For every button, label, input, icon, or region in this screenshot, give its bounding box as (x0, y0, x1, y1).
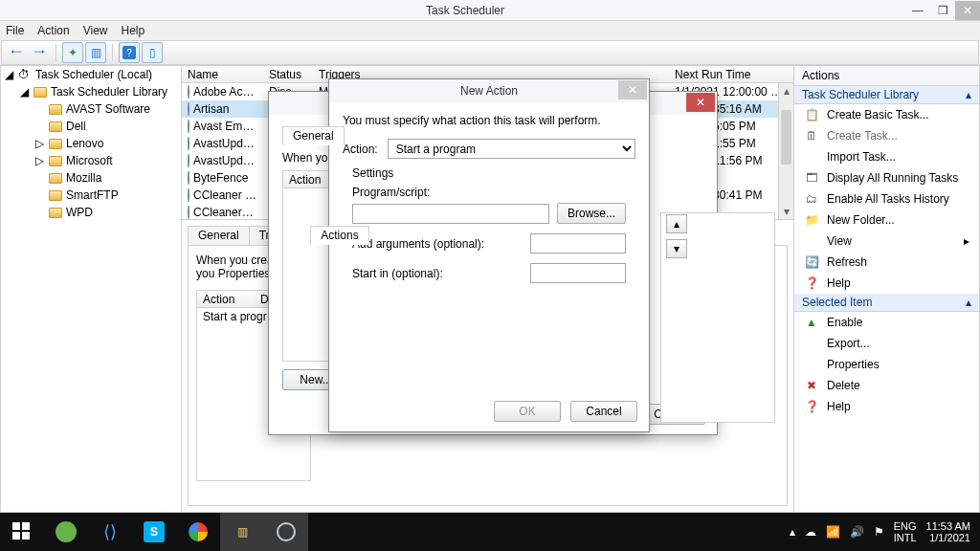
arguments-input[interactable] (530, 233, 626, 253)
action-item[interactable]: ❓Help (794, 396, 979, 417)
action-item-label: Delete (827, 379, 860, 392)
tree-node[interactable]: Lenovo (66, 137, 103, 150)
scroll-up-icon[interactable]: ▴ (779, 83, 793, 99)
action-item[interactable]: 🔄Refresh (794, 252, 979, 273)
task-list-scrollbar[interactable]: ▴ ▾ (778, 83, 793, 219)
collapse-icon[interactable]: ▴ (966, 88, 971, 101)
taskbar-app-4[interactable] (176, 513, 220, 551)
menu-file[interactable]: File (6, 24, 24, 37)
col-next[interactable]: Next Run Time (669, 68, 793, 81)
tab-general[interactable]: General (188, 226, 250, 245)
folder-icon (49, 156, 62, 166)
taskbar-app-1[interactable] (44, 513, 88, 551)
taskbar-app-2[interactable]: ⟨⟩ (88, 513, 132, 551)
action-item[interactable]: 🗂Enable All Tasks History (794, 188, 979, 209)
taskbar-app-3[interactable]: S (132, 513, 176, 551)
close-button[interactable]: ✕ (955, 1, 980, 20)
tray-network-icon[interactable]: 📶 (826, 525, 840, 539)
tree-node[interactable]: Mozilla (66, 171, 101, 185)
program-input[interactable] (352, 204, 549, 224)
action-item[interactable]: Properties (794, 354, 979, 375)
enable-icon: ▲ (804, 315, 819, 330)
minimize-button[interactable]: — (905, 1, 930, 20)
new-action-close-button[interactable]: ✕ (618, 80, 647, 99)
taskbar-app-5[interactable]: ▥ (220, 513, 264, 551)
forward-button[interactable]: ⭢ (29, 42, 50, 63)
tray-flag-icon[interactable]: ⚑ (874, 525, 884, 539)
tree-node[interactable]: WPD (66, 206, 93, 219)
move-down-button[interactable]: ▾ (666, 239, 687, 258)
browse-button[interactable]: Browse... (557, 203, 626, 224)
back-button[interactable]: ⭠ (6, 42, 27, 63)
action-item[interactable]: 🗓Create Task... (794, 125, 979, 146)
tray-chevron-icon[interactable]: ▴ (790, 525, 795, 539)
task-icon (188, 137, 189, 150)
action-item-label: Refresh (827, 255, 867, 269)
tray-volume-icon[interactable]: 🔊 (850, 525, 864, 539)
dialog-close-button[interactable]: ✕ (686, 93, 715, 112)
action-item[interactable]: ✖Delete (794, 375, 979, 396)
nav-tree[interactable]: ◢⏱Task Scheduler (Local) ◢Task Scheduler… (0, 65, 182, 513)
folder-icon (49, 104, 62, 115)
svg-rect-3 (22, 532, 30, 540)
actions-section-selected: Selected Item▴ (794, 294, 979, 312)
tray-onedrive-icon[interactable]: ☁ (805, 525, 816, 539)
action-item[interactable]: Import Task... (794, 146, 979, 167)
dlg-tab-general[interactable]: General (282, 126, 345, 145)
chevron-right-icon: ▸ (964, 234, 969, 248)
task-icon (188, 188, 189, 202)
start-button[interactable] (0, 513, 44, 551)
col-name[interactable]: Name (182, 68, 263, 81)
move-up-button[interactable]: ▴ (666, 214, 687, 233)
tree-node[interactable]: SmartFTP (66, 188, 119, 202)
tab-actions[interactable]: Actions (310, 226, 368, 245)
tree-node[interactable]: AVAST Software (66, 102, 150, 116)
action-item[interactable]: ❓Help (794, 273, 979, 294)
action-item[interactable]: View▸ (794, 231, 979, 252)
startin-input[interactable] (530, 263, 626, 283)
program-label: Program/script: (352, 186, 626, 199)
action-item[interactable]: 🗔Display All Running Tasks (794, 167, 979, 188)
action-item-label: Help (827, 400, 851, 413)
action-item[interactable]: ▲Enable (794, 312, 979, 333)
tray-time[interactable]: 11:53 AM (926, 520, 970, 532)
action-select[interactable]: Start a program (388, 139, 635, 159)
tray-lang1[interactable]: ENG (894, 520, 917, 532)
menu-view[interactable]: View (83, 24, 108, 37)
col-action[interactable]: Action (197, 293, 255, 306)
action-item-label: Enable (827, 316, 862, 329)
toolbar-pane2-icon[interactable]: ▯ (142, 42, 163, 63)
action-item[interactable]: Export... (794, 333, 979, 354)
tree-node[interactable]: Dell (66, 120, 86, 133)
menu-help[interactable]: Help (122, 24, 145, 37)
action-item-label: View (827, 234, 852, 248)
maximize-button[interactable]: ❐ (930, 1, 955, 20)
tree-root[interactable]: Task Scheduler (Local) (35, 68, 152, 81)
svg-rect-1 (22, 522, 30, 530)
toolbar-pane-icon[interactable]: ▥ (85, 42, 106, 63)
action-item[interactable]: 📁New Folder... (794, 209, 979, 231)
toolbar-help-icon[interactable]: ? (119, 42, 140, 63)
toolbar-action-icon[interactable]: ✦ (62, 42, 83, 63)
tree-node[interactable]: Microsoft (66, 154, 113, 167)
system-tray[interactable]: ▴ ☁ 📶 🔊 ⚑ ENG INTL 11:53 AM 1/1/2021 (790, 520, 980, 543)
action-item[interactable]: 📋Create Basic Task... (794, 104, 979, 125)
taskbar[interactable]: ⟨⟩ S ▥ ▴ ☁ 📶 🔊 ⚑ ENG INTL 11:53 AM 1/1/2… (0, 513, 980, 551)
startin-label: Start in (optional): (352, 267, 443, 280)
cancel-button[interactable]: Cancel (570, 401, 637, 422)
taskbar-task-scheduler[interactable] (264, 513, 308, 551)
new-action-title: New Action (329, 84, 649, 98)
tree-library[interactable]: Task Scheduler Library (51, 85, 167, 99)
collapse-icon[interactable]: ▴ (966, 296, 971, 309)
tray-date[interactable]: 1/1/2021 (926, 532, 970, 543)
window-titlebar: Task Scheduler — ❐ ✕ (0, 0, 980, 21)
action-item-label: Enable All Tasks History (827, 192, 949, 206)
scroll-down-icon[interactable]: ▾ (779, 204, 793, 219)
delete-icon: ✖ (804, 378, 819, 393)
ok-button[interactable]: OK (494, 401, 561, 422)
tray-lang2[interactable]: INTL (894, 532, 917, 543)
col-status[interactable]: Status (263, 68, 313, 81)
scroll-thumb[interactable] (781, 110, 791, 165)
actions-pane: Actions Task Scheduler Library▴ 📋Create … (794, 65, 980, 513)
menu-action[interactable]: Action (37, 24, 69, 37)
